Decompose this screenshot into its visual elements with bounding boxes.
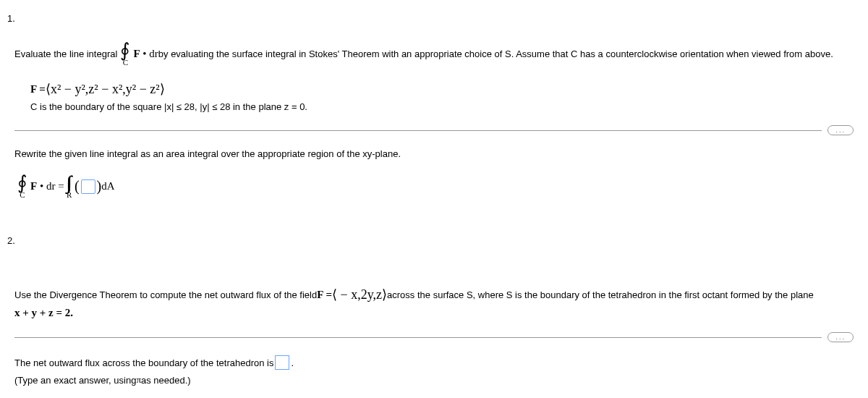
vector-F: ⟨x² − y²,z² − x²,y² − z²⟩ bbox=[46, 81, 165, 97]
answer-input-2[interactable] bbox=[275, 355, 289, 370]
q1-text1b: by evaluating the surface integral in St… bbox=[158, 48, 833, 59]
ellipsis-pill-2[interactable]: ... bbox=[827, 332, 854, 342]
q1-text1a: Evaluate the line integral bbox=[14, 48, 117, 59]
q2-line1: Use the Divergence Theorem to compute th… bbox=[14, 287, 861, 302]
q2-answer: The net outward flux across the boundary… bbox=[14, 355, 861, 386]
q1-line1: Evaluate the line integral ∮ C F • dr by… bbox=[14, 41, 861, 67]
q1-body: Evaluate the line integral ∮ C F • dr by… bbox=[14, 41, 861, 112]
q1-F-def: F = ⟨x² − y²,z² − x²,y² − z²⟩ bbox=[30, 81, 861, 97]
answer-input-1[interactable] bbox=[81, 179, 95, 194]
q1-rewrite: Rewrite the given line integral as an ar… bbox=[14, 148, 861, 199]
q1-C-def: C is the boundary of the square |x| ≤ 28… bbox=[30, 101, 861, 112]
paren-open: ( bbox=[75, 178, 80, 195]
closed-integral-icon: ∮ C bbox=[120, 41, 130, 67]
q2-text1b: across the surface S, where S is the bou… bbox=[387, 289, 814, 300]
question-number-2: 2. bbox=[7, 235, 861, 246]
divider-2: ... bbox=[14, 332, 854, 342]
q2-ans-line: The net outward flux across the boundary… bbox=[14, 355, 861, 370]
pi-symbol: π bbox=[136, 374, 141, 386]
paren-close: ) bbox=[97, 178, 102, 195]
q2-plane: x + y + z = 2. bbox=[14, 307, 861, 319]
dA-label: dA bbox=[101, 180, 114, 192]
closed-integral-icon-2: ∮ C bbox=[17, 174, 27, 199]
question-number-1: 1. bbox=[7, 13, 861, 24]
q1-equation: ∮ C F • dr = ∫∫ R ( ) dA bbox=[14, 174, 861, 199]
q2-text1a: Use the Divergence Theorem to compute th… bbox=[14, 289, 317, 300]
divider-1: ... bbox=[14, 125, 854, 135]
ellipsis-pill[interactable]: ... bbox=[827, 125, 854, 135]
q1-rewrite-text: Rewrite the given line integral as an ar… bbox=[14, 148, 861, 159]
vector-F-2: ⟨ − x,2y,z⟩ bbox=[332, 287, 387, 302]
double-integral-icon: ∫∫ R bbox=[67, 174, 72, 199]
q2-body: Use the Divergence Theorem to compute th… bbox=[14, 287, 861, 319]
q2-hint: (Type an exact answer, using π as needed… bbox=[14, 374, 861, 386]
integrand-1: F • dr bbox=[133, 48, 158, 60]
